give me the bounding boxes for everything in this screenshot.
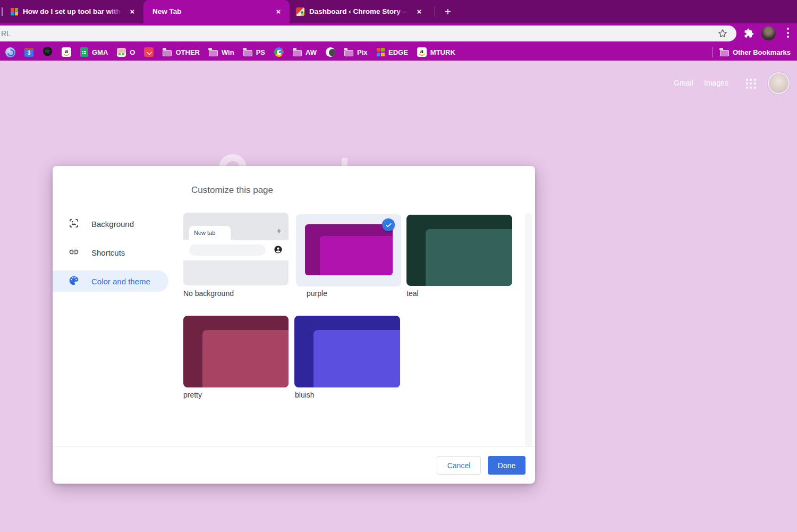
- bookmark-spotify[interactable]: [43, 46, 53, 58]
- bookmark-blue-app[interactable]: [5, 47, 15, 57]
- bookmark-folder-ps[interactable]: PS: [243, 48, 265, 56]
- sidebar-item-shortcuts[interactable]: Shortcuts: [53, 242, 168, 263]
- extensions-puzzle-icon[interactable]: [744, 28, 754, 40]
- ntp-profile-avatar[interactable]: [769, 73, 788, 93]
- theme-label: No background: [183, 289, 234, 298]
- no-background-preview: New tab: [183, 213, 289, 285]
- pretty-theme-swatch: [183, 316, 289, 387]
- mock-plus-icon: [276, 226, 282, 235]
- folder-icon: [209, 50, 218, 56]
- google-logo-g-arc: [219, 154, 247, 166]
- mock-toolbar: [183, 240, 289, 260]
- theme-tile-pretty[interactable]: [183, 316, 289, 387]
- bookmark-google[interactable]: [274, 47, 284, 57]
- sheets-icon: [80, 47, 88, 57]
- google-logo-l: [342, 158, 347, 166]
- amazon-icon: a: [417, 47, 427, 57]
- bookmark-globe[interactable]: [326, 47, 335, 57]
- tab-close-icon[interactable]: [274, 7, 283, 16]
- folder-icon: [243, 50, 252, 56]
- bookmark-folder-win[interactable]: Win: [209, 48, 234, 56]
- tab-title-fade: [395, 7, 411, 16]
- window-edge-line: [2, 7, 3, 16]
- new-tab-button[interactable]: +: [441, 5, 455, 19]
- google-icon: [274, 47, 284, 57]
- dialog-title: Customize this page: [191, 185, 273, 196]
- mock-tab-strip: New tab: [183, 213, 289, 240]
- microsoft-favicon-icon: [11, 8, 18, 15]
- customize-dialog: Customize this page Background Shortcuts…: [53, 166, 535, 484]
- tab-title: New Tab: [152, 7, 182, 15]
- google-logo-partial: [213, 149, 372, 166]
- mock-account-icon: [274, 245, 283, 256]
- pink-green-app-icon: [117, 48, 126, 57]
- gmail-link[interactable]: Gmail: [674, 79, 693, 87]
- theme-label: purple: [307, 289, 327, 298]
- cancel-button[interactable]: Cancel: [437, 456, 481, 475]
- sidebar-item-color-and-theme[interactable]: Color and theme: [53, 271, 168, 292]
- bookmark-gma[interactable]: GMA: [80, 47, 108, 57]
- background-image-icon: [69, 218, 79, 230]
- tab-close-icon[interactable]: [414, 7, 424, 16]
- sidebar-item-label: Color and theme: [91, 277, 150, 286]
- teal-theme-swatch: [406, 215, 512, 286]
- tab-how-do-i-set-up[interactable]: How do I set up tool bar with E: [4, 0, 143, 23]
- dialog-footer: Cancel Done: [53, 446, 535, 484]
- theme-label: pretty: [183, 391, 202, 399]
- tab-close-icon[interactable]: [128, 7, 137, 16]
- folder-icon: [344, 50, 353, 56]
- bookmarks-bar: 3 a GMA O OTHER Win PS AW Pix EDGE aMTUR…: [0, 44, 797, 61]
- bookmark-calendar[interactable]: 3: [24, 48, 33, 57]
- google-apps-grid-icon[interactable]: [746, 79, 756, 89]
- other-bookmarks-button[interactable]: Other Bookmarks: [720, 48, 791, 56]
- bookmark-amazon[interactable]: a: [62, 47, 71, 57]
- purple-theme-swatch: [305, 224, 393, 275]
- bookmark-o[interactable]: O: [117, 48, 135, 57]
- sidebar-item-label: Background: [91, 219, 134, 229]
- tab-strip: How do I set up tool bar with E New Tab …: [0, 0, 797, 23]
- tab-dashboard-chrome-story[interactable]: Dashboard ‹ Chrome Story — W: [290, 0, 430, 23]
- bookmarks-separator: [712, 47, 713, 57]
- theme-label: bluish: [295, 391, 315, 399]
- images-link[interactable]: Images: [704, 79, 728, 87]
- theme-tile-purple-selected[interactable]: [296, 214, 401, 286]
- blue-app-icon: [5, 47, 15, 57]
- browser-menu-icon[interactable]: [787, 28, 789, 38]
- folder-icon: [293, 50, 302, 56]
- omnibox-address-bar[interactable]: RL: [0, 26, 736, 41]
- bookmark-mturk[interactable]: aMTURK: [417, 47, 455, 57]
- tab-new-tab-active[interactable]: New Tab: [143, 0, 290, 23]
- microsoft-icon: [377, 48, 385, 56]
- sidebar-item-background[interactable]: Background: [53, 213, 168, 234]
- folder-icon: [163, 50, 172, 56]
- palette-icon: [69, 275, 79, 288]
- amazon-icon: a: [62, 47, 71, 57]
- mock-search-pill: [189, 244, 266, 256]
- bookmark-star-icon[interactable]: [717, 28, 728, 41]
- calendar-icon: 3: [24, 48, 33, 57]
- link-icon: [69, 247, 79, 259]
- bookmark-folder-pix[interactable]: Pix: [344, 48, 368, 56]
- globe-icon: [326, 47, 335, 57]
- bookmark-folder-aw[interactable]: AW: [293, 48, 317, 56]
- sidebar-item-label: Shortcuts: [91, 248, 125, 257]
- toolbar: RL: [0, 23, 797, 44]
- tab-separator: [435, 7, 435, 16]
- bookmark-folder-other[interactable]: OTHER: [163, 48, 200, 56]
- done-button[interactable]: Done: [488, 456, 525, 475]
- theme-tile-no-background[interactable]: New tab: [183, 213, 289, 285]
- theme-tile-bluish[interactable]: [294, 316, 400, 387]
- tab-title-fade: [108, 7, 124, 16]
- chrome-story-favicon-icon: [296, 7, 304, 16]
- theme-tile-teal[interactable]: [406, 215, 512, 286]
- dialog-scrollbar[interactable]: [525, 213, 532, 446]
- bluish-theme-swatch: [294, 316, 400, 387]
- omnibox-placeholder-text: RL: [1, 29, 11, 38]
- browser-profile-avatar[interactable]: [761, 26, 776, 40]
- folder-icon: [720, 50, 729, 56]
- pocket-icon: [144, 47, 154, 57]
- bookmark-edge[interactable]: EDGE: [377, 48, 408, 56]
- bookmark-pocket[interactable]: [144, 47, 154, 57]
- theme-label: teal: [406, 289, 419, 298]
- mock-new-tab: New tab: [189, 226, 231, 240]
